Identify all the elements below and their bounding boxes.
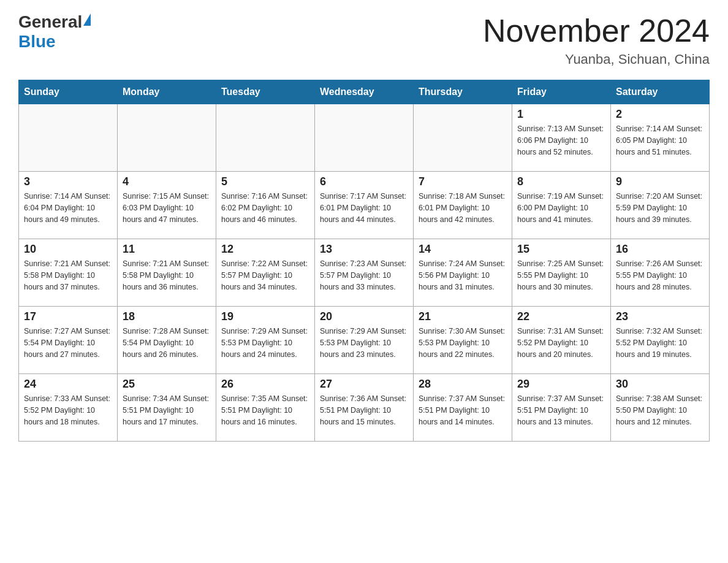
day-header-wednesday: Wednesday [315,80,414,104]
day-info: Sunrise: 7:25 AM Sunset: 5:55 PM Dayligh… [517,258,605,293]
table-row: 22Sunrise: 7:31 AM Sunset: 5:52 PM Dayli… [512,307,611,374]
day-number: 9 [616,175,704,188]
day-info: Sunrise: 7:35 AM Sunset: 5:51 PM Dayligh… [221,393,309,427]
logo: General Blue [18,12,91,52]
day-info: Sunrise: 7:31 AM Sunset: 5:52 PM Dayligh… [517,326,605,360]
day-info: Sunrise: 7:37 AM Sunset: 5:51 PM Dayligh… [419,393,507,427]
calendar-week-1: 1Sunrise: 7:13 AM Sunset: 6:06 PM Daylig… [19,104,710,172]
day-info: Sunrise: 7:34 AM Sunset: 5:51 PM Dayligh… [123,393,211,427]
title-block: November 2024 Yuanba, Sichuan, China [483,12,710,67]
day-info: Sunrise: 7:19 AM Sunset: 6:00 PM Dayligh… [517,191,605,225]
day-number: 10 [24,243,112,256]
table-row: 24Sunrise: 7:33 AM Sunset: 5:52 PM Dayli… [19,374,118,442]
day-info: Sunrise: 7:17 AM Sunset: 6:01 PM Dayligh… [320,191,408,225]
day-number: 22 [517,310,605,323]
day-number: 23 [616,310,704,323]
day-info: Sunrise: 7:20 AM Sunset: 5:59 PM Dayligh… [616,191,704,225]
calendar-week-5: 24Sunrise: 7:33 AM Sunset: 5:52 PM Dayli… [19,374,710,442]
table-row: 8Sunrise: 7:19 AM Sunset: 6:00 PM Daylig… [512,172,611,239]
day-info: Sunrise: 7:36 AM Sunset: 5:51 PM Dayligh… [320,393,408,427]
table-row [315,104,414,172]
calendar-week-2: 3Sunrise: 7:14 AM Sunset: 6:04 PM Daylig… [19,172,710,239]
table-row: 13Sunrise: 7:23 AM Sunset: 5:57 PM Dayli… [315,239,414,307]
day-number: 3 [24,175,112,188]
day-number: 25 [123,378,211,391]
table-row: 2Sunrise: 7:14 AM Sunset: 6:05 PM Daylig… [611,104,710,172]
day-info: Sunrise: 7:13 AM Sunset: 6:06 PM Dayligh… [517,123,605,158]
table-row: 25Sunrise: 7:34 AM Sunset: 5:51 PM Dayli… [118,374,216,442]
day-number: 18 [123,310,211,323]
day-info: Sunrise: 7:23 AM Sunset: 5:57 PM Dayligh… [320,258,408,293]
day-number: 1 [517,108,605,121]
calendar-table: SundayMondayTuesdayWednesdayThursdayFrid… [18,80,710,442]
logo-triangle-icon [83,13,91,26]
table-row: 5Sunrise: 7:16 AM Sunset: 6:02 PM Daylig… [216,172,315,239]
day-info: Sunrise: 7:29 AM Sunset: 5:53 PM Dayligh… [320,326,408,360]
day-info: Sunrise: 7:26 AM Sunset: 5:55 PM Dayligh… [616,258,704,293]
day-info: Sunrise: 7:33 AM Sunset: 5:52 PM Dayligh… [24,393,112,427]
day-header-saturday: Saturday [611,80,710,104]
day-info: Sunrise: 7:18 AM Sunset: 6:01 PM Dayligh… [419,191,507,225]
table-row: 1Sunrise: 7:13 AM Sunset: 6:06 PM Daylig… [512,104,611,172]
table-row: 12Sunrise: 7:22 AM Sunset: 5:57 PM Dayli… [216,239,315,307]
day-header-friday: Friday [512,80,611,104]
page-header: General Blue November 2024 Yuanba, Sichu… [18,12,710,67]
day-info: Sunrise: 7:15 AM Sunset: 6:03 PM Dayligh… [123,191,211,225]
day-info: Sunrise: 7:21 AM Sunset: 5:58 PM Dayligh… [24,258,112,293]
day-number: 27 [320,378,408,391]
logo-text: General [18,12,91,32]
day-header-tuesday: Tuesday [216,80,315,104]
table-row: 26Sunrise: 7:35 AM Sunset: 5:51 PM Dayli… [216,374,315,442]
calendar-header-row: SundayMondayTuesdayWednesdayThursdayFrid… [19,80,710,104]
table-row: 15Sunrise: 7:25 AM Sunset: 5:55 PM Dayli… [512,239,611,307]
day-info: Sunrise: 7:38 AM Sunset: 5:50 PM Dayligh… [616,393,704,427]
table-row [19,104,118,172]
day-number: 8 [517,175,605,188]
table-row: 6Sunrise: 7:17 AM Sunset: 6:01 PM Daylig… [315,172,414,239]
day-number: 17 [24,310,112,323]
table-row: 11Sunrise: 7:21 AM Sunset: 5:58 PM Dayli… [118,239,216,307]
calendar-week-4: 17Sunrise: 7:27 AM Sunset: 5:54 PM Dayli… [19,307,710,374]
table-row: 30Sunrise: 7:38 AM Sunset: 5:50 PM Dayli… [611,374,710,442]
table-row: 16Sunrise: 7:26 AM Sunset: 5:55 PM Dayli… [611,239,710,307]
day-info: Sunrise: 7:21 AM Sunset: 5:58 PM Dayligh… [123,258,211,293]
day-number: 7 [419,175,507,188]
day-number: 26 [221,378,309,391]
day-number: 24 [24,378,112,391]
month-title: November 2024 [483,12,710,49]
day-info: Sunrise: 7:22 AM Sunset: 5:57 PM Dayligh… [221,258,309,293]
table-row: 7Sunrise: 7:18 AM Sunset: 6:01 PM Daylig… [414,172,512,239]
day-number: 16 [616,243,704,256]
day-number: 2 [616,108,704,121]
table-row: 27Sunrise: 7:36 AM Sunset: 5:51 PM Dayli… [315,374,414,442]
logo-general-text: General [18,12,82,32]
day-header-sunday: Sunday [19,80,118,104]
table-row: 3Sunrise: 7:14 AM Sunset: 6:04 PM Daylig… [19,172,118,239]
table-row: 18Sunrise: 7:28 AM Sunset: 5:54 PM Dayli… [118,307,216,374]
day-info: Sunrise: 7:16 AM Sunset: 6:02 PM Dayligh… [221,191,309,225]
day-number: 21 [419,310,507,323]
table-row: 4Sunrise: 7:15 AM Sunset: 6:03 PM Daylig… [118,172,216,239]
day-info: Sunrise: 7:29 AM Sunset: 5:53 PM Dayligh… [221,326,309,360]
day-info: Sunrise: 7:30 AM Sunset: 5:53 PM Dayligh… [419,326,507,360]
day-number: 29 [517,378,605,391]
day-info: Sunrise: 7:32 AM Sunset: 5:52 PM Dayligh… [616,326,704,360]
day-info: Sunrise: 7:28 AM Sunset: 5:54 PM Dayligh… [123,326,211,360]
table-row: 14Sunrise: 7:24 AM Sunset: 5:56 PM Dayli… [414,239,512,307]
day-info: Sunrise: 7:14 AM Sunset: 6:05 PM Dayligh… [616,123,704,158]
day-number: 19 [221,310,309,323]
day-number: 12 [221,243,309,256]
location: Yuanba, Sichuan, China [483,52,710,67]
day-number: 6 [320,175,408,188]
day-number: 4 [123,175,211,188]
logo-blue-text: Blue [18,32,56,52]
day-info: Sunrise: 7:37 AM Sunset: 5:51 PM Dayligh… [517,393,605,427]
day-info: Sunrise: 7:27 AM Sunset: 5:54 PM Dayligh… [24,326,112,360]
table-row [118,104,216,172]
day-number: 5 [221,175,309,188]
table-row: 9Sunrise: 7:20 AM Sunset: 5:59 PM Daylig… [611,172,710,239]
table-row: 17Sunrise: 7:27 AM Sunset: 5:54 PM Dayli… [19,307,118,374]
table-row: 19Sunrise: 7:29 AM Sunset: 5:53 PM Dayli… [216,307,315,374]
day-header-monday: Monday [118,80,216,104]
day-number: 30 [616,378,704,391]
